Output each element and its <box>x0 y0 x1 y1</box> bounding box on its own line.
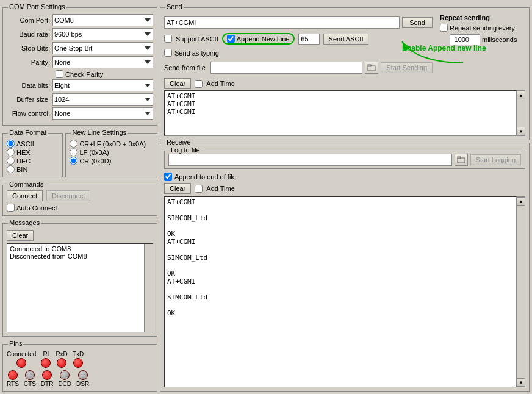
pins-title: Pins <box>8 340 23 347</box>
repeat-ms-label: miliseconds <box>482 36 517 43</box>
send-scroll-down[interactable]: ▼ <box>517 127 525 135</box>
receive-clear-button[interactable]: Clear <box>164 183 191 194</box>
support-ascii-checkbox[interactable] <box>164 35 172 43</box>
send-from-file-label: Send from file <box>164 64 206 71</box>
rxd-led <box>57 358 66 368</box>
dsr-label: DSR <box>76 381 89 387</box>
enable-annotation-label: Enable Append new line <box>402 44 486 52</box>
send-input[interactable] <box>164 16 400 29</box>
buffer-size-select[interactable]: 1024 <box>52 93 153 106</box>
dcd-led <box>60 370 70 380</box>
hex-radio[interactable] <box>7 148 15 156</box>
dtr-led <box>42 370 52 380</box>
lf-radio[interactable] <box>70 148 77 156</box>
ri-led <box>41 358 51 368</box>
messages-clear-button[interactable]: Clear <box>7 230 34 241</box>
auto-connect-label: Auto Connect <box>16 204 57 212</box>
rxd-label: RxD <box>56 351 67 357</box>
check-parity-label: Check Parity <box>65 71 103 78</box>
baud-rate-label: Baud rate: <box>7 30 52 38</box>
dsr-pin: DSR <box>76 370 89 387</box>
txd-pin: TxD <box>73 351 84 368</box>
send-scrollbar[interactable]: ▲ ▼ <box>517 90 525 136</box>
support-ascii-label: Support ASCII <box>176 35 218 43</box>
receive-text-area[interactable]: AT+CGMI SIMCOM_Ltd OK AT+CGMI SIMCOM_Ltd… <box>164 196 517 387</box>
messages-title: Messages <box>8 219 41 226</box>
send-as-typing-checkbox[interactable] <box>164 49 172 57</box>
crlf-radio[interactable] <box>70 140 77 148</box>
receive-scroll-down[interactable]: ▼ <box>517 378 525 387</box>
browse-file-button[interactable] <box>365 62 378 74</box>
send-ascii-button[interactable]: Send ASCII <box>323 34 369 45</box>
append-to-end-label: Append to end of file <box>174 173 236 181</box>
send-clear-button[interactable]: Clear <box>164 78 191 89</box>
check-parity-checkbox[interactable] <box>56 70 63 78</box>
lf-label: LF (0x0A) <box>79 149 109 156</box>
append-to-end-checkbox[interactable] <box>164 173 172 181</box>
log-browse-button[interactable] <box>455 154 468 166</box>
send-add-time-checkbox[interactable] <box>195 80 203 88</box>
messages-area: Connected to COM8 Disconnected from COM8 <box>7 243 153 332</box>
send-title: Send <box>165 3 184 10</box>
dec-label: DEC <box>16 157 31 165</box>
dtr-pin: DTR <box>41 370 54 387</box>
dtr-label: DTR <box>41 381 54 387</box>
send-text-area[interactable]: AT+CGMI AT+CGMI AT+CGMI <box>164 90 517 136</box>
stop-bits-select[interactable]: One Stop Bit <box>52 42 153 54</box>
bin-radio[interactable] <box>7 165 15 173</box>
send-scroll-up[interactable]: ▲ <box>517 91 525 99</box>
rts-label: RTS <box>7 381 19 387</box>
receive-scrollbar[interactable]: ▲ ▼ <box>517 196 525 387</box>
send-as-typing-label: Send as typing <box>174 49 219 57</box>
send-button[interactable]: Send <box>402 17 433 28</box>
connected-pin: Connected <box>7 351 36 368</box>
cts-led <box>25 370 35 380</box>
append-new-line-checkbox[interactable] <box>227 35 235 43</box>
data-bits-select[interactable]: Eight <box>52 79 153 91</box>
dcd-label: DCD <box>58 381 71 387</box>
hex-label: HEX <box>16 149 31 156</box>
txd-led <box>73 358 83 368</box>
cr-label: CR (0x0D) <box>79 157 111 165</box>
disconnect-button[interactable]: Disconnect <box>46 190 90 201</box>
ri-pin: RI <box>41 351 51 368</box>
start-logging-button[interactable]: Start Logging <box>470 154 521 165</box>
crlf-label: CR+LF (0x0D + 0x0A) <box>79 140 146 148</box>
flow-control-label: Flow control: <box>7 110 52 117</box>
cts-pin: CTS <box>24 370 36 387</box>
repeat-checkbox[interactable] <box>440 24 448 32</box>
dsr-led <box>78 370 88 380</box>
receive-scroll-up[interactable]: ▲ <box>517 197 525 206</box>
stop-bits-label: Stop Bits: <box>7 45 52 52</box>
txd-label: TxD <box>73 351 84 357</box>
bin-label: BIN <box>16 166 27 173</box>
log-file-input[interactable] <box>168 154 452 166</box>
ri-label: RI <box>43 351 49 357</box>
auto-connect-checkbox[interactable] <box>7 204 15 212</box>
messages-scrollbar[interactable] <box>144 244 153 332</box>
parity-select[interactable]: None <box>52 56 153 68</box>
flow-control-select[interactable]: None <box>52 107 153 120</box>
ascii-label: ASCII <box>16 140 34 148</box>
parity-label: Parity: <box>7 59 52 66</box>
connected-led <box>16 358 26 368</box>
start-sending-button[interactable]: Start Sending <box>381 62 433 73</box>
rts-led <box>8 370 18 380</box>
receive-add-time-checkbox[interactable] <box>195 185 203 193</box>
baud-rate-select[interactable]: 9600 bps <box>52 28 153 40</box>
connect-button[interactable]: Connect <box>7 190 43 201</box>
com-port-label: Com Port: <box>7 16 52 24</box>
dec-radio[interactable] <box>7 157 15 165</box>
ascii-num-input[interactable] <box>298 34 320 45</box>
new-line-title: New Line Settings <box>71 129 128 136</box>
cr-radio[interactable] <box>70 157 77 165</box>
rts-pin: RTS <box>7 370 19 387</box>
send-from-file-input[interactable] <box>210 62 362 74</box>
ascii-radio[interactable] <box>7 140 15 148</box>
com-port-title: COM Port Settings <box>8 3 66 10</box>
log-to-file-title: Log to file <box>170 146 201 154</box>
message-line-2: Disconnected from COM8 <box>10 253 150 260</box>
buffer-size-label: Buffer size: <box>7 96 52 103</box>
receive-add-time-label: Add Time <box>206 185 234 192</box>
com-port-select[interactable]: COM8 <box>52 14 153 26</box>
